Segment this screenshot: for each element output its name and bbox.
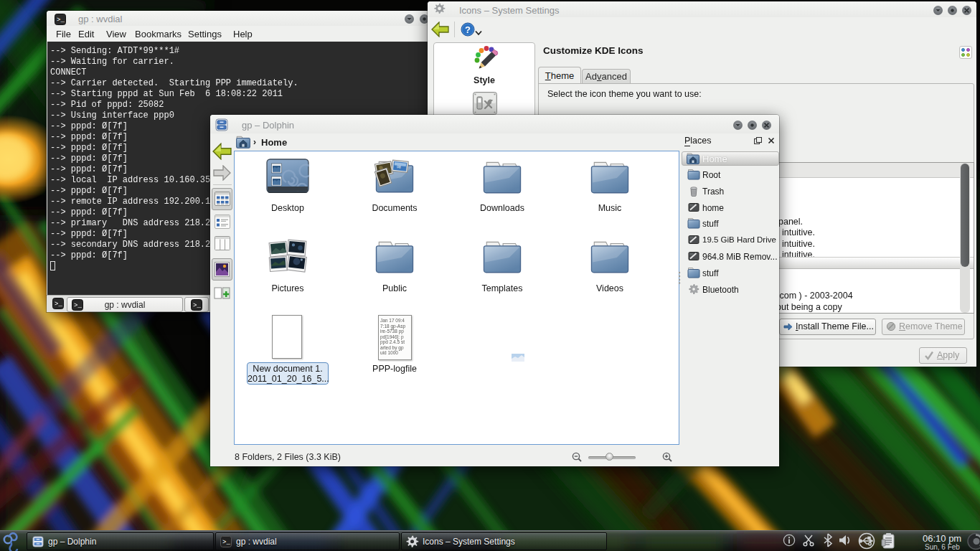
- svg-text:>_: >_: [222, 539, 230, 546]
- svg-text:>_: >_: [57, 17, 65, 24]
- svg-text:>_: >_: [193, 302, 201, 309]
- svg-text:>_: >_: [55, 301, 62, 308]
- svg-text:?: ?: [465, 24, 471, 35]
